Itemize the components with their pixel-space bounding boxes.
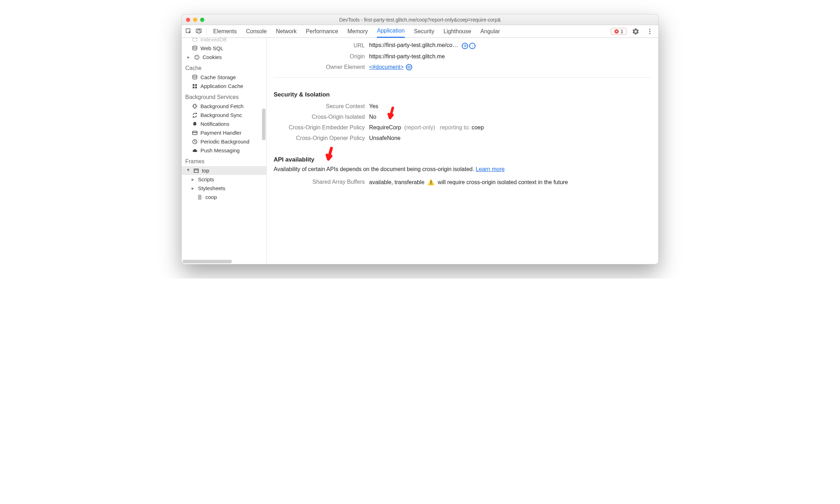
svg-point-7	[193, 38, 197, 39]
sidebar-label: Web SQL	[200, 45, 223, 51]
sidebar-item-websql[interactable]: Web SQL	[182, 44, 266, 53]
learn-more-link[interactable]: Learn more	[476, 166, 505, 172]
tab-lighthouse[interactable]: Lighthouse	[444, 25, 471, 38]
sidebar-item-notifications[interactable]: Notifications	[182, 119, 266, 128]
copy-url-icon[interactable]: ⊖	[462, 43, 468, 49]
field-cross-origin-isolated: Cross-Origin Isolated No	[274, 112, 651, 122]
sidebar-label: Cookies	[203, 54, 222, 60]
devtools-toolbar: Elements Console Network Performance Mem…	[182, 25, 658, 38]
sidebar-item-scripts[interactable]: ▶ Scripts	[182, 175, 266, 184]
sidebar-section-cache: Cache	[182, 61, 266, 73]
coi-label: Cross-Origin Isolated	[274, 114, 369, 120]
reveal-source-icon[interactable]: ↓	[469, 43, 476, 49]
sidebar-label: Stylesheets	[198, 185, 226, 191]
document-icon	[197, 194, 203, 200]
coep-reporting-value: coep	[472, 124, 484, 130]
tab-network[interactable]: Network	[276, 25, 297, 38]
window-title: DevTools - first-party-test.glitch.me/co…	[182, 17, 658, 23]
device-toolbar-icon[interactable]	[194, 27, 204, 36]
coep-label: Cross-Origin Embedder Policy	[274, 124, 369, 131]
cookie-icon	[194, 54, 200, 60]
svg-rect-17	[195, 87, 197, 88]
field-origin: Origin https://first-party-test.glitch.m…	[274, 51, 651, 62]
coi-value: No	[369, 114, 376, 120]
warning-icon: ⚠️	[427, 179, 434, 185]
url-value: https://first-party-test.glitch.me/co… ⊖…	[369, 42, 476, 49]
sidebar-item-indexeddb[interactable]: IndexedDB	[182, 38, 266, 44]
reveal-elements-icon[interactable]	[406, 64, 412, 70]
sab-warning-text: will require cross-origin isolated conte…	[438, 179, 568, 185]
sidebar-item-periodic[interactable]: Periodic Background	[182, 137, 266, 146]
settings-icon[interactable]	[631, 27, 641, 36]
sidebar-item-cache-storage[interactable]: Cache Storage	[182, 73, 266, 82]
application-sidebar: IndexedDB Web SQL ▶ Cookies Cache Cache …	[182, 38, 267, 264]
tab-elements[interactable]: Elements	[213, 25, 237, 38]
svg-rect-16	[193, 87, 194, 88]
svg-rect-2	[198, 30, 200, 33]
sidebar-item-cookies[interactable]: ▶ Cookies	[182, 53, 266, 61]
tab-angular[interactable]: Angular	[480, 25, 500, 38]
api-availability-description: Availability of certain APIs depends on …	[274, 166, 651, 172]
sidebar-item-stylesheets[interactable]: ▶ Stylesheets	[182, 184, 266, 193]
svg-point-10	[196, 56, 197, 57]
sidebar-item-push[interactable]: Push Messaging	[182, 146, 266, 155]
sidebar-label: IndexedDB	[200, 38, 227, 42]
security-isolation-heading: Security & Isolation	[274, 91, 651, 98]
sidebar-label: Background Sync	[200, 112, 242, 118]
svg-point-11	[197, 57, 198, 57]
field-owner: Owner Element <#document>	[274, 62, 651, 72]
frame-icon	[193, 168, 199, 174]
error-count[interactable]: 1	[611, 28, 626, 35]
secure-context-label: Secure Context	[274, 103, 369, 110]
svg-rect-15	[195, 84, 197, 86]
inspect-element-icon[interactable]	[184, 27, 194, 36]
panel-tabs: Elements Console Network Performance Mem…	[210, 25, 611, 38]
more-icon[interactable]	[645, 27, 655, 36]
coop-value: UnsafeNone	[369, 135, 401, 141]
fetch-icon	[192, 103, 198, 109]
svg-rect-14	[193, 84, 194, 86]
sidebar-vertical-scrollbar[interactable]	[262, 109, 266, 140]
tab-application[interactable]: Application	[377, 25, 404, 38]
sidebar-item-bg-sync[interactable]: Background Sync	[182, 111, 266, 119]
chevron-right-icon: ▶	[192, 187, 195, 190]
svg-rect-19	[192, 132, 197, 133]
owner-element-link[interactable]: <#document>	[369, 64, 404, 70]
sab-label: Shared Array Buffers	[274, 179, 369, 185]
chevron-right-icon: ▶	[192, 178, 195, 181]
coop-label: Cross-Origin Opener Policy	[274, 135, 369, 141]
cloud-icon	[192, 147, 198, 153]
origin-value: https://first-party-test.glitch.me	[369, 53, 445, 60]
svg-point-8	[193, 46, 197, 47]
coep-value: RequireCorp (report-only) reporting to: …	[369, 124, 484, 131]
tab-security[interactable]: Security	[414, 25, 434, 38]
sidebar-label: coop	[205, 194, 217, 200]
sidebar-item-payment[interactable]: Payment Handler	[182, 128, 266, 137]
svg-rect-21	[194, 169, 198, 172]
tab-memory[interactable]: Memory	[348, 25, 368, 38]
sidebar-item-bg-fetch[interactable]: Background Fetch	[182, 102, 266, 111]
svg-point-13	[193, 75, 197, 76]
coep-report-only: (report-only)	[404, 124, 435, 130]
toolbar-divider	[206, 28, 207, 35]
database-icon	[192, 45, 198, 51]
sync-icon	[192, 112, 198, 118]
sidebar-label: Payment Handler	[200, 130, 241, 136]
sidebar-label: Background Fetch	[200, 103, 244, 109]
sab-value: available, transferable ⚠️ will require …	[369, 179, 568, 186]
sidebar-label: Periodic Background	[200, 139, 249, 145]
tab-performance[interactable]: Performance	[306, 25, 338, 38]
sidebar-item-top-frame[interactable]: ▶ top	[182, 166, 266, 175]
error-icon	[614, 29, 619, 34]
svg-point-5	[649, 31, 650, 32]
field-url: URL https://first-party-test.glitch.me/c…	[274, 40, 651, 51]
sidebar-section-background: Background Services	[182, 90, 266, 102]
sidebar-item-app-cache[interactable]: Application Cache	[182, 82, 266, 90]
sidebar-horizontal-scrollbar[interactable]	[182, 260, 232, 263]
sidebar-section-frames: Frames	[182, 155, 266, 166]
database-icon	[192, 38, 198, 42]
sidebar-item-coop[interactable]: coop	[182, 193, 266, 201]
sidebar-label: top	[202, 168, 209, 174]
tab-console[interactable]: Console	[246, 25, 267, 38]
error-number: 1	[620, 29, 623, 34]
